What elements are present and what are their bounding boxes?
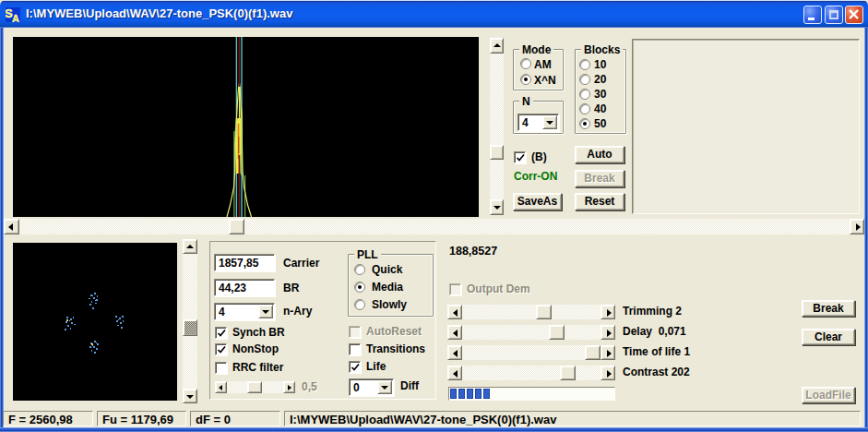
svg-text:A: A	[12, 13, 19, 22]
